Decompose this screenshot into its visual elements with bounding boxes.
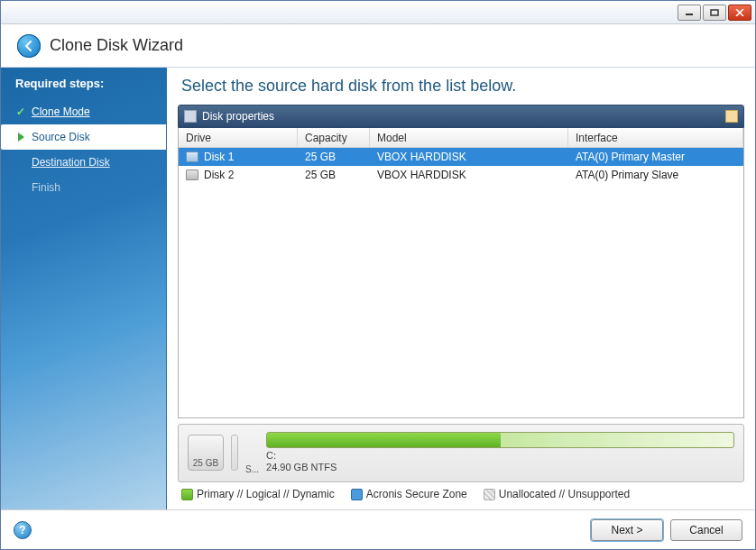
back-button[interactable] [17, 34, 41, 58]
table-row[interactable]: Disk 1 25 GB VBOX HARDDISK ATA(0) Primar… [179, 148, 743, 166]
disk-size-label: 25 GB [193, 458, 218, 468]
primary-partition-block[interactable]: C: 24.90 GB NTFS [266, 432, 734, 473]
partition-usage-fill [267, 433, 500, 447]
required-steps-label: Required steps: [15, 77, 166, 90]
minimize-button[interactable] [678, 5, 701, 21]
wizard-title: Clone Disk Wizard [50, 36, 183, 55]
sidebar: Required steps: ✓ Clone Mode Source Disk… [1, 68, 167, 509]
button-row: Next > Cancel [591, 519, 742, 541]
svg-rect-0 [686, 14, 693, 15]
step-label: Finish [32, 181, 60, 194]
next-button[interactable]: Next > [591, 519, 663, 541]
swatch-unallocated-icon [484, 489, 495, 500]
wizard-window: Clone Disk Wizard Required steps: ✓ Clon… [0, 0, 756, 550]
help-button[interactable]: ? [14, 521, 32, 539]
cell-drive: Disk 1 [204, 151, 234, 163]
properties-icon [184, 110, 197, 123]
step-label: Destination Disk [32, 156, 110, 169]
cell-interface: ATA(0) Primary Slave [568, 169, 743, 181]
titlebar [1, 1, 755, 24]
legend: Primary // Logical // Dynamic Acronis Se… [178, 482, 744, 502]
arrow-icon [15, 133, 26, 142]
cell-model: VBOX HARDDISK [370, 169, 568, 181]
panel-action-icon[interactable] [725, 110, 738, 123]
volume-detail: 24.90 GB NTFS [266, 462, 337, 472]
step-label: Clone Mode [32, 105, 90, 118]
maximize-button[interactable] [703, 5, 726, 21]
instruction-text: Select the source hard disk from the lis… [181, 77, 744, 96]
legend-primary: Primary // Logical // Dynamic [181, 488, 335, 500]
step-destination-disk[interactable]: Destination Disk [15, 150, 166, 175]
col-capacity[interactable]: Capacity [298, 128, 370, 147]
cell-interface: ATA(0) Primary Master [568, 151, 743, 163]
col-drive[interactable]: Drive [179, 128, 298, 147]
legend-secure-zone: Acronis Secure Zone [351, 488, 467, 500]
cell-drive: Disk 2 [204, 169, 234, 181]
system-reserved-block[interactable] [231, 435, 238, 471]
close-button[interactable] [728, 5, 751, 21]
table-rows: Disk 1 25 GB VBOX HARDDISK ATA(0) Primar… [179, 148, 743, 417]
step-label: Source Disk [32, 131, 90, 143]
partition-viewer: 25 GB S... C: 24.90 GB NTFS [178, 424, 744, 481]
footer: ? Next > Cancel [1, 509, 755, 549]
col-model[interactable]: Model [370, 128, 568, 147]
cell-model: VBOX HARDDISK [370, 151, 568, 163]
cell-capacity: 25 GB [298, 151, 370, 163]
system-reserved-label: S... [245, 464, 259, 474]
disk-icon [186, 170, 198, 180]
svg-rect-1 [711, 10, 718, 15]
body: Required steps: ✓ Clone Mode Source Disk… [1, 68, 755, 509]
main-pane: Select the source hard disk from the lis… [167, 68, 755, 509]
wizard-header: Clone Disk Wizard [1, 24, 755, 68]
table-row[interactable]: Disk 2 25 GB VBOX HARDDISK ATA(0) Primar… [179, 166, 743, 184]
disk-icon [186, 151, 198, 162]
col-interface[interactable]: Interface [568, 128, 743, 147]
step-source-disk[interactable]: Source Disk [1, 124, 166, 150]
disk-summary-block: 25 GB [188, 435, 224, 471]
partition-usage-bar [266, 432, 734, 448]
cell-capacity: 25 GB [298, 169, 370, 181]
volume-letter: C: [266, 450, 276, 461]
step-finish: Finish [15, 175, 166, 200]
column-headers: Drive Capacity Model Interface [179, 128, 743, 148]
check-icon: ✓ [15, 105, 26, 118]
cancel-button[interactable]: Cancel [670, 519, 742, 541]
step-clone-mode[interactable]: ✓ Clone Mode [15, 99, 166, 124]
legend-unallocated: Unallocated // Unsupported [484, 488, 630, 500]
swatch-secure-icon [351, 489, 363, 500]
panel-title: Disk properties [202, 110, 274, 123]
swatch-primary-icon [181, 489, 193, 500]
disk-properties-header: Disk properties [178, 105, 744, 128]
disk-grid: Drive Capacity Model Interface Disk 1 25… [178, 128, 744, 418]
